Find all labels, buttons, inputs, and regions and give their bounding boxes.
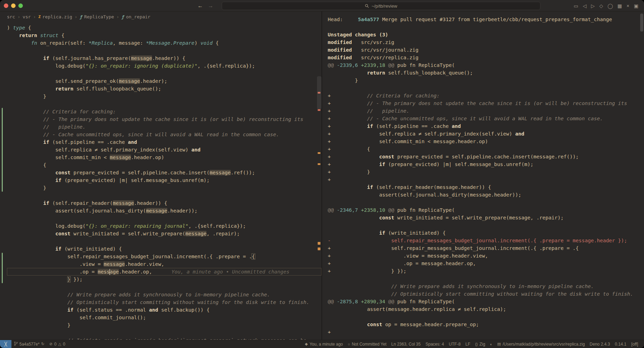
editor-code-line[interactable] — [7, 237, 321, 245]
editor-code-line[interactable]: } — [7, 321, 321, 329]
nav-forward-button[interactable]: → — [208, 3, 213, 9]
editor-code-line[interactable]: log.debug("{}: on_repair: ignoring (dupl… — [7, 62, 321, 70]
editor-code-line[interactable] — [7, 215, 321, 222]
diff-line[interactable]: + { — [328, 145, 644, 153]
layout-grid-icon[interactable]: ▦ — [617, 3, 622, 9]
editor-code-line[interactable]: // pipeline. — [7, 123, 321, 131]
diff-line[interactable]: if (write_initiated) { — [328, 229, 644, 237]
editor-code-line[interactable]: .view = message.header.view, — [7, 260, 321, 268]
editor-code-line[interactable]: if (self.repair_header(message.header)) … — [7, 199, 321, 207]
editor-code-line[interactable] — [7, 70, 321, 77]
diff-line[interactable]: // Optimistically start committing witho… — [328, 290, 644, 298]
statusbar-zig-version[interactable]: 0.14.1 — [612, 340, 629, 348]
diff-line[interactable]: + self.replica ≠ self.primary_index(self… — [328, 130, 644, 138]
editor-code-line[interactable]: // Criteria for caching: — [7, 108, 321, 115]
diff-line[interactable]: @@ -2346,7 +2358,10 @@ pub fn ReplicaTyp… — [328, 206, 644, 214]
breadcrumb-item-on-repair[interactable]: ƒon_repair — [122, 14, 150, 19]
editor-code-line[interactable]: if (self.journal.has_prepare(message.hea… — [7, 54, 321, 62]
diff-line[interactable]: + // pipeline. — [328, 107, 644, 115]
editor-code-line[interactable]: // - The primary does not update the cac… — [7, 115, 321, 123]
editor-code-line[interactable]: // Write prepare adds it synchronously t… — [7, 291, 321, 298]
statusbar-encoding[interactable]: UTF-8 — [447, 340, 463, 348]
command-center[interactable]: ~/p/tb/review — [222, 2, 540, 10]
diff-line[interactable]: + if (self.pipeline == .cache and — [328, 122, 644, 130]
diff-line[interactable]: + .view = message.header.view, — [328, 252, 644, 260]
editor-code-line[interactable]: .op = message.header.op,You, a minute ag… — [7, 268, 321, 276]
editor-code-line[interactable]: self.replica ≠ self.primary_index(self.v… — [7, 146, 321, 154]
editor-code-line[interactable]: // Initiate repair so `repair_header`/`r… — [7, 337, 321, 340]
diff-line[interactable] — [328, 23, 644, 31]
editor-code-line[interactable]: return struct { — [7, 32, 321, 39]
diff-line[interactable]: + if (prepare_evicted) |m| self.message_… — [328, 160, 644, 168]
editor-code-line[interactable]: log.debug("{}: on_repair: repairing jour… — [7, 222, 321, 230]
statusbar-file-path[interactable]: ▤/Users/matklad/p/tb/review/src/vsr/repl… — [495, 340, 587, 348]
breadcrumb-item-replica-zig[interactable]: Zreplica.zig — [38, 14, 72, 19]
diff-line[interactable]: + } }); — [328, 267, 644, 275]
diff-line[interactable]: assert(message.header.replica ≠ self.rep… — [328, 305, 644, 313]
editor-code-line[interactable] — [7, 283, 321, 291]
statusbar-blame-status[interactable]: ◆You, a minute ago — [302, 340, 345, 348]
breadcrumb-item-replicatype[interactable]: ƒReplicaType — [80, 14, 114, 19]
editor-code-line[interactable]: ) type { — [7, 24, 321, 32]
problems-status[interactable]: ⊘ 0 △ 0 — [47, 340, 68, 348]
diff-line[interactable]: + — [328, 176, 644, 183]
editor-code-line[interactable]: assert(self.journal.has_dirty(message.he… — [7, 207, 321, 215]
editor-code-line[interactable]: // - Cache uncommitted ops, since it wil… — [7, 131, 321, 138]
remote-indicator[interactable]: ╳ — [0, 340, 11, 348]
editor-code-line[interactable] — [7, 47, 321, 54]
diff-line[interactable]: + self.repair_messages_budget_journal.in… — [328, 244, 644, 252]
diff-line[interactable] — [328, 199, 644, 206]
diff-line[interactable]: assert(self.journal.has_dirty(message.he… — [328, 191, 644, 199]
diff-line[interactable]: + } — [328, 168, 644, 176]
diff-line[interactable]: // Write prepare adds it synchronously t… — [328, 282, 644, 290]
cursor-right-icon[interactable]: ▷ — [591, 3, 595, 9]
diff-line[interactable]: const write_initiated = self.write_prepa… — [328, 214, 644, 221]
diff-line[interactable] — [328, 313, 644, 321]
diff-line[interactable]: modified src/vsr/journal.zig — [328, 46, 644, 54]
editor-code-line[interactable] — [7, 329, 321, 337]
diff-line[interactable]: - self.repair_messages_budget_journal.in… — [328, 237, 644, 244]
statusbar-cursor-position[interactable]: Ln 2363, Col 35 — [389, 340, 423, 348]
zoom-window-button[interactable] — [18, 3, 23, 8]
minimize-window-button[interactable] — [11, 3, 16, 8]
editor-code-line[interactable]: fn on_repair(self: *Replica, message: *M… — [7, 39, 321, 47]
editor-code-line[interactable] — [7, 192, 321, 199]
editor-code-line[interactable]: if (prepare_evicted) |m| self.message_bu… — [7, 176, 321, 184]
statusbar-commit-status[interactable]: ○Not Committed Yet — [345, 340, 389, 348]
statusbar-language-mode[interactable]: {}Zig — [473, 340, 488, 348]
editor-code-line[interactable]: self.repair_messages_budget_journal.incr… — [7, 253, 321, 260]
editor-code-line[interactable]: self.commit_journal(); — [7, 314, 321, 321]
diff-line[interactable]: if (self.repair_header(message.header)) … — [328, 183, 644, 191]
editor-code-line[interactable] — [7, 100, 321, 108]
statusbar-eol[interactable]: LF — [463, 340, 473, 348]
diff-line[interactable]: + .op = message.header.op, — [328, 260, 644, 267]
diff-line[interactable]: } — [328, 77, 644, 84]
display-icon[interactable]: ▭ — [574, 3, 578, 9]
editor-code-line[interactable]: if (self.pipeline == .cache and — [7, 138, 321, 146]
editor-code-line[interactable]: } — [7, 93, 321, 100]
breadcrumb-item-src[interactable]: src — [7, 14, 15, 19]
editor-code-line[interactable]: // Optimistically start committing witho… — [7, 298, 321, 306]
diff-line[interactable]: Unstaged changes (3) — [328, 31, 644, 38]
diff-line[interactable] — [328, 221, 644, 229]
cursor-left-icon[interactable]: ◁ — [583, 3, 586, 9]
statusbar-theme-toggle[interactable]: ◐ — [488, 340, 495, 348]
diff-line[interactable]: modified src/vsr.zig — [328, 38, 644, 46]
editor-scrollbar-thumb[interactable] — [317, 76, 321, 109]
editor-code-line[interactable]: if (write_initiated) { — [7, 245, 321, 253]
editor-code-line[interactable]: const prepare_evicted = self.pipeline.ca… — [7, 169, 321, 176]
diff-line[interactable] — [328, 275, 644, 282]
editor-code-line[interactable]: self.send_prepare_ok(message.header); — [7, 77, 321, 85]
diff-line[interactable]: @@ -2875,8 +2890,34 @@ pub fn ReplicaTyp… — [328, 298, 644, 305]
editor-code-line[interactable]: } }); — [7, 276, 321, 283]
diff-line[interactable]: Head: 5a4a577 Merge pull request #3127 f… — [328, 16, 644, 23]
diff-line[interactable]: + const prepare_evicted = self.pipeline.… — [328, 153, 644, 160]
diff-line[interactable]: return self.flush_loopback_queue(); — [328, 69, 644, 77]
editor-code-line[interactable]: } — [7, 184, 321, 192]
diff-line[interactable]: const op = message.header.prepare_op; — [328, 321, 644, 328]
statusbar-deno-version[interactable]: Deno 2.4.3 — [587, 340, 612, 348]
statusbar-inlay-hints[interactable]: [off] — [629, 340, 641, 348]
breadcrumb-item-vsr[interactable]: vsr — [23, 14, 30, 19]
editor-code-line[interactable]: return self.flush_loopback_queue(); — [7, 85, 321, 93]
editor-code-line[interactable]: if (self.status == .normal and self.back… — [7, 306, 321, 314]
